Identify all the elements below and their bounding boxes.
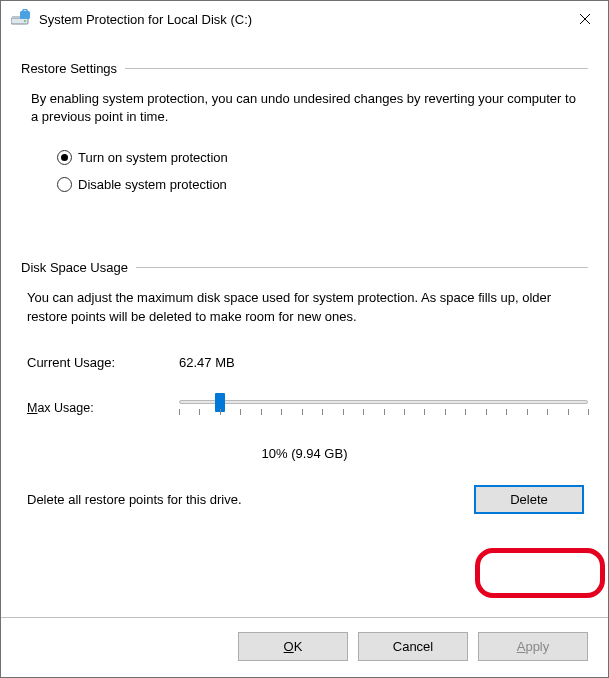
close-icon [579, 13, 591, 25]
max-usage-label: Max Usage: [27, 401, 179, 415]
delete-button[interactable]: Delete [474, 485, 584, 514]
slider-tick [261, 409, 262, 415]
dialog-content: Restore Settings By enabling system prot… [1, 37, 608, 599]
slider-tick [363, 409, 364, 415]
slider-tick [486, 409, 487, 415]
close-button[interactable] [562, 3, 608, 35]
window-title: System Protection for Local Disk (C:) [39, 12, 562, 27]
ok-button[interactable]: OK [238, 632, 348, 661]
divider [125, 68, 588, 69]
titlebar: System Protection for Local Disk (C:) [1, 1, 608, 37]
radio-label: Turn on system protection [78, 150, 228, 165]
slider-tick [179, 409, 180, 415]
slider-tick [343, 409, 344, 415]
slider-track [179, 400, 588, 404]
slider-tick [506, 409, 507, 415]
max-usage-row: Max Usage: [27, 388, 588, 428]
slider-tick [445, 409, 446, 415]
svg-point-2 [24, 20, 26, 22]
slider-tick [404, 409, 405, 415]
radio-label: Disable system protection [78, 177, 227, 192]
radio-icon [57, 177, 72, 192]
radio-icon [57, 150, 72, 165]
radio-turn-on-protection[interactable]: Turn on system protection [57, 150, 588, 165]
restore-description: By enabling system protection, you can u… [31, 90, 582, 126]
current-usage-row: Current Usage: 62.47 MB [27, 355, 588, 370]
max-usage-value: 10% (9.94 GB) [21, 446, 588, 461]
dialog-buttons: OK Cancel Apply [1, 632, 608, 677]
disk-space-label: Disk Space Usage [21, 260, 128, 275]
cancel-button[interactable]: Cancel [358, 632, 468, 661]
radio-disable-protection[interactable]: Disable system protection [57, 177, 588, 192]
divider [136, 267, 588, 268]
divider [1, 617, 608, 618]
apply-button[interactable]: Apply [478, 632, 588, 661]
drive-protection-icon [11, 9, 31, 29]
slider-tick [281, 409, 282, 415]
slider-tick [588, 409, 589, 415]
slider-tick [220, 409, 221, 415]
system-protection-dialog: System Protection for Local Disk (C:) Re… [0, 0, 609, 678]
restore-settings-label: Restore Settings [21, 61, 117, 76]
slider-tick [547, 409, 548, 415]
disk-description: You can adjust the maximum disk space us… [27, 289, 584, 327]
slider-tick [384, 409, 385, 415]
slider-tick [527, 409, 528, 415]
slider-tick [302, 409, 303, 415]
slider-tick [322, 409, 323, 415]
slider-tick [568, 409, 569, 415]
current-usage-value: 62.47 MB [179, 355, 235, 370]
slider-tick [199, 409, 200, 415]
svg-rect-3 [20, 11, 30, 19]
disk-space-header: Disk Space Usage [21, 260, 588, 275]
slider-tick [424, 409, 425, 415]
slider-tick [465, 409, 466, 415]
restore-settings-header: Restore Settings [21, 61, 588, 76]
current-usage-label: Current Usage: [27, 355, 179, 370]
delete-restore-points-text: Delete all restore points for this drive… [27, 492, 242, 507]
slider-tick [240, 409, 241, 415]
max-usage-slider[interactable] [179, 388, 588, 428]
